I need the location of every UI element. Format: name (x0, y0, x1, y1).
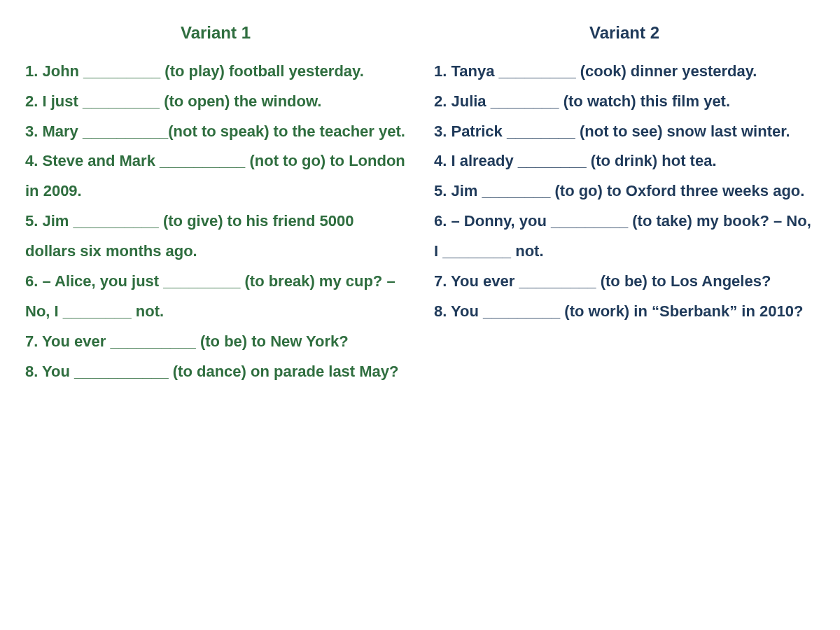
list-item: 8. You _________ (to work) in “Sberbank”… (434, 297, 815, 327)
list-item: 7. You ever _________ (to be) to Los Ang… (434, 267, 815, 297)
list-item: 4. Steve and Mark __________ (not to go)… (25, 146, 406, 206)
list-item: 5. Jim __________ (to give) to his frien… (25, 206, 406, 267)
list-item: 3. Mary __________(not to speak) to the … (25, 117, 406, 147)
list-item: 5. Jim ________ (to go) to Oxford three … (434, 176, 815, 206)
list-item: 6. – Donny, you _________ (to take) my b… (434, 206, 815, 267)
variant-1-title: Variant 1 (25, 17, 406, 50)
list-item: 8. You ___________ (to dance) on parade … (25, 357, 406, 387)
variant-1-column: Variant 1 1. John _________ (to play) fo… (25, 17, 406, 613)
list-item: 4. I already ________ (to drink) hot tea… (434, 146, 815, 176)
variant-2-title: Variant 2 (434, 17, 815, 50)
list-item: 2. Julia ________ (to watch) this film y… (434, 87, 815, 117)
list-item: 3. Patrick ________ (not to see) snow la… (434, 117, 815, 147)
variant-2-column: Variant 2 1. Tanya _________ (cook) dinn… (434, 17, 815, 613)
list-item: 6. – Alice, you just _________ (to break… (25, 267, 406, 327)
variant-2-items: 1. Tanya _________ (cook) dinner yesterd… (434, 57, 815, 327)
list-item: 7. You ever __________ (to be) to New Yo… (25, 327, 406, 357)
variant-1-items: 1. John _________ (to play) football yes… (25, 57, 406, 387)
list-item: 2. I just _________ (to open) the window… (25, 87, 406, 117)
list-item: 1. Tanya _________ (cook) dinner yesterd… (434, 57, 815, 87)
list-item: 1. John _________ (to play) football yes… (25, 57, 406, 87)
